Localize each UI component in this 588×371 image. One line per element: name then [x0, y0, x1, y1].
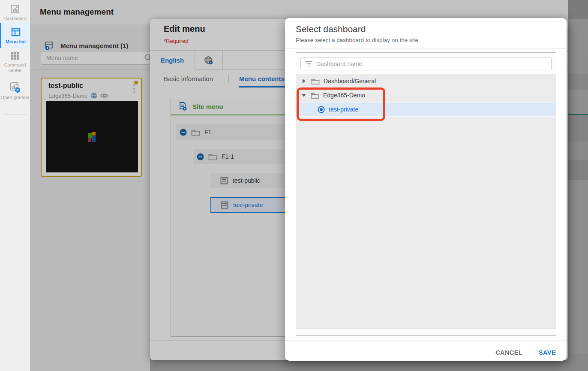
sidebar-divider: [3, 115, 27, 115]
tree-node-label: Dashboard/General: [324, 78, 376, 84]
sidebar-item-command-center[interactable]: Command center: [0, 51, 30, 73]
filter-icon: [305, 61, 312, 67]
sidebar-item-dashboard[interactable]: Dashboard: [0, 3, 30, 21]
modal-footer-divider: [285, 341, 567, 341]
select-dashboard-modal: Select dashboard Please select a dashboa…: [285, 18, 567, 361]
sidebar-label: Menu list: [6, 39, 26, 44]
modal-header-divider: [285, 48, 567, 49]
caret-right-icon[interactable]: [303, 79, 306, 83]
horizontal-scrollbar-track[interactable]: [296, 329, 556, 335]
sidebar-label: Open grafana: [0, 95, 29, 100]
select-dashboard-subtitle: Please select a dashboard to display on …: [296, 37, 420, 43]
sidebar-item-open-grafana[interactable]: Open grafana: [0, 81, 30, 100]
menu-list-layout-icon: [10, 27, 21, 38]
dashboard-name-search-input[interactable]: [300, 57, 552, 70]
open-grafana-external-icon: [9, 81, 21, 94]
dashboard-chart-icon: [9, 3, 21, 15]
save-button[interactable]: SAVE: [539, 349, 556, 356]
highlight-annotation-rectangle: [297, 87, 385, 121]
sidebar-item-menu-list[interactable]: Menu list: [0, 23, 30, 48]
command-center-grid-icon: [10, 51, 20, 61]
select-dashboard-title: Select dashboard: [296, 24, 366, 34]
tree-node-dashboard-general[interactable]: Dashboard/General: [296, 74, 556, 88]
sidebar-label: Dashboard: [3, 16, 27, 21]
dashboard-search-zone: [296, 53, 556, 74]
sidebar: Dashboard Menu list Command center: [0, 0, 30, 371]
modal-footer: CANCEL SAVE: [285, 344, 567, 361]
cancel-button[interactable]: CANCEL: [495, 349, 522, 356]
sidebar-label: Command center: [4, 62, 26, 73]
app-root: Menu management Menu management (1) test…: [0, 0, 588, 371]
folder-icon: [311, 78, 320, 85]
